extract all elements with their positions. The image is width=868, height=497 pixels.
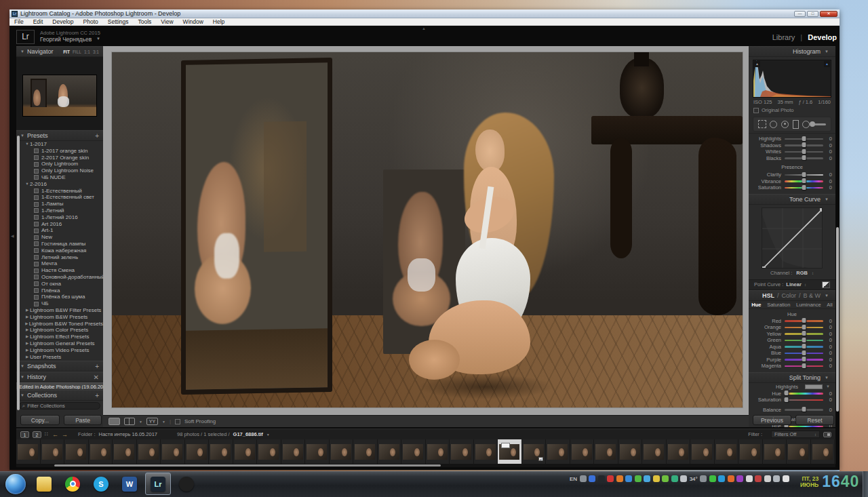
add-preset-button[interactable]: +	[95, 132, 99, 140]
tray-icon[interactable]	[580, 475, 587, 482]
preset-group[interactable]: ▼2-2016	[16, 181, 103, 188]
basic-slider-blacks-track[interactable]	[785, 157, 823, 159]
chevron-down-icon[interactable]: ▼	[139, 420, 142, 424]
tray-icon[interactable]	[671, 475, 678, 482]
hsl-hue-slider-green-thumb[interactable]	[802, 338, 806, 342]
tray-icon[interactable]	[764, 475, 771, 482]
filmstrip-thumb[interactable]	[64, 439, 89, 464]
menu-item-develop[interactable]: Develop	[47, 18, 78, 25]
hsl-hue-slider-aqua-track[interactable]	[785, 346, 823, 348]
tray-icon[interactable]	[644, 475, 650, 482]
close-button[interactable]: ✕	[820, 11, 837, 17]
red-eye-tool[interactable]	[781, 121, 789, 128]
filmstrip-thumb[interactable]	[570, 439, 595, 464]
basic-slider-blacks-thumb[interactable]	[802, 155, 806, 160]
hsl-hue-slider-orange-thumb[interactable]	[802, 325, 806, 330]
taskbar-app-skype[interactable]: S	[88, 473, 114, 495]
filmstrip-thumb[interactable]	[185, 439, 210, 464]
go-back-icon[interactable]: ←	[52, 431, 58, 438]
snapshots-header[interactable]: ▼ Snapshots +	[16, 361, 103, 372]
titlebar[interactable]: Lr Lightroom Catalog - Adobe Photoshop L…	[9, 9, 840, 18]
hsl-title-bw[interactable]: B & W	[804, 292, 821, 299]
hsl-hue-slider-orange-track[interactable]	[785, 327, 823, 329]
filmstrip-thumb[interactable]	[690, 439, 715, 464]
previous-button[interactable]: Previous	[753, 415, 791, 425]
hsl-hue-slider-green-track[interactable]	[785, 340, 823, 342]
tray-icon[interactable]	[783, 475, 789, 482]
tone-curve-chart[interactable]	[762, 207, 823, 269]
before-after-yy-button[interactable]: YY	[146, 418, 158, 425]
filmstrip-thumb[interactable]	[113, 439, 137, 464]
graduated-filter-tool[interactable]	[793, 120, 799, 129]
menu-item-edit[interactable]: Edit	[28, 18, 48, 25]
filmstrip-thumb[interactable]	[209, 439, 233, 464]
paste-button[interactable]: Paste	[64, 415, 102, 425]
adjustment-brush-tool[interactable]	[814, 123, 826, 125]
show-desktop-button[interactable]	[863, 471, 868, 497]
presence-slider-vibrance-track[interactable]	[785, 180, 823, 182]
original-photo-checkbox[interactable]	[753, 108, 759, 113]
crop-tool[interactable]	[758, 120, 766, 128]
presets-header[interactable]: ▼ Presets +	[16, 130, 103, 141]
tray-icon[interactable]	[746, 475, 753, 482]
filmstrip-thumb[interactable]	[401, 439, 426, 464]
hsl-tab-luminance[interactable]: Luminance	[796, 302, 821, 308]
point-curve-value[interactable]: Linear	[786, 281, 802, 287]
preset-item[interactable]: Art-1	[16, 227, 103, 234]
preset-item[interactable]: Only Lightroom	[16, 161, 103, 167]
tray-icon[interactable]	[728, 475, 734, 482]
hsl-tab-hue[interactable]: Hue	[751, 302, 761, 308]
collections-header[interactable]: ▼ Collections +	[16, 390, 103, 401]
main-window-button[interactable]: 1	[20, 431, 29, 438]
before-after-button[interactable]	[124, 418, 135, 425]
filter-dropdown[interactable]: Filters Off ↕	[771, 431, 820, 438]
filter-collections-input[interactable]: ⌕ Filter Collections	[19, 402, 100, 410]
history-header[interactable]: ▼ History ✕	[16, 372, 103, 382]
hsl-tab-saturation[interactable]: Saturation	[767, 302, 790, 308]
hsl-hue-slider-yellow-thumb[interactable]	[802, 331, 806, 336]
preset-item[interactable]: От окна	[16, 281, 103, 287]
preset-item[interactable]: 1-Лампы	[16, 201, 103, 207]
filter-toggle-switch[interactable]	[823, 432, 831, 437]
split-highlights-saturation-track[interactable]	[785, 399, 823, 401]
tray-icon[interactable]	[598, 475, 605, 482]
filmstrip-thumb[interactable]	[811, 439, 835, 464]
hsl-hue-slider-yellow-track[interactable]	[785, 333, 823, 335]
hsl-title-hsl[interactable]: HSL	[762, 292, 774, 299]
filmstrip-thumb[interactable]	[594, 439, 618, 464]
hsl-hue-slider-red-track[interactable]	[785, 320, 823, 322]
preset-item[interactable]: Плёнка	[16, 287, 103, 294]
preset-group[interactable]: ▶Lightroom Video Presets	[16, 347, 103, 354]
preset-item[interactable]: Настя Смена	[16, 267, 103, 274]
hsl-title-color[interactable]: Color	[782, 292, 797, 299]
preset-group[interactable]: ▶Lightroom B&W Toned Presets	[16, 321, 103, 327]
maximize-button[interactable]: □	[807, 11, 818, 17]
selected-filename[interactable]: G17_6886.tif	[233, 431, 263, 437]
hsl-hue-slider-blue-track[interactable]	[785, 353, 823, 355]
tray-icon[interactable]	[616, 475, 623, 482]
clear-history-button[interactable]: ✕	[94, 374, 99, 381]
tray-icon[interactable]	[718, 475, 725, 482]
menu-item-help[interactable]: Help	[208, 18, 229, 25]
preset-item[interactable]: Мечта	[16, 260, 103, 267]
split-balance-track[interactable]	[785, 409, 823, 411]
presence-slider-saturation-thumb[interactable]	[802, 185, 806, 190]
navigator-zoom-1:1[interactable]: 1:1	[84, 49, 90, 54]
filmstrip-thumb[interactable]	[450, 439, 474, 464]
basic-slider-shadows-thumb[interactable]	[802, 142, 806, 147]
filmstrip-thumb[interactable]	[353, 439, 378, 464]
filmstrip-scrollbar-thumb[interactable]	[54, 464, 441, 466]
filmstrip-thumb[interactable]	[378, 439, 402, 464]
channel-value[interactable]: RGB	[796, 270, 808, 276]
split-highlights-hue-track[interactable]	[785, 393, 823, 395]
filmstrip-thumb[interactable]	[305, 439, 330, 464]
tray-icon[interactable]	[625, 475, 632, 482]
preset-item[interactable]: ЧБ	[16, 300, 103, 307]
filmstrip-thumb[interactable]	[642, 439, 667, 464]
presence-slider-clarity-track[interactable]	[785, 174, 823, 176]
tone-curve-header[interactable]: Tone Curve ▼	[749, 194, 835, 205]
menu-item-file[interactable]: File	[9, 18, 28, 25]
filmstrip-thumb[interactable]	[330, 439, 354, 464]
presence-slider-saturation-track[interactable]	[785, 187, 823, 189]
preset-item[interactable]: Основной-доработанный	[16, 274, 103, 281]
